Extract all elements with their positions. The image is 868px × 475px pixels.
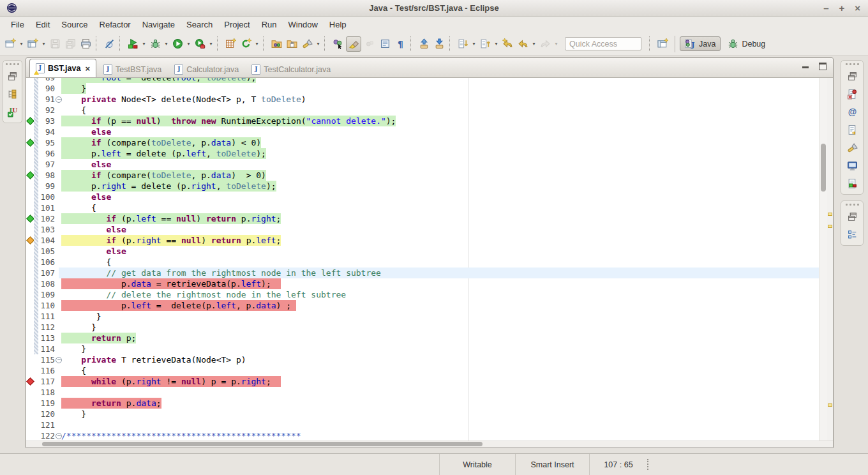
menu-project[interactable]: Project: [218, 19, 255, 31]
new-java-project-button[interactable]: [26, 37, 40, 51]
restore-icon[interactable]: [5, 68, 20, 84]
marker-gutter[interactable]: [26, 419, 34, 430]
horizontal-scrollbar[interactable]: [26, 441, 833, 448]
marker-gutter[interactable]: [26, 192, 34, 202]
marker-gutter[interactable]: [26, 387, 34, 398]
window-maximize-button[interactable]: +: [839, 0, 844, 16]
fold-collapse-icon[interactable]: [55, 430, 61, 441]
marker-gutter[interactable]: [26, 365, 34, 376]
last-edit-location-button[interactable]: [500, 37, 514, 51]
open-resource-button[interactable]: [285, 37, 299, 51]
marker-gutter[interactable]: [26, 278, 34, 289]
marker-gutter[interactable]: [26, 94, 34, 105]
vertical-scrollbar-thumb[interactable]: [821, 144, 826, 192]
open-type-button[interactable]: [269, 37, 283, 51]
annotation-mark[interactable]: [828, 225, 832, 228]
window-close-button[interactable]: ×: [855, 0, 860, 16]
overview-ruler[interactable]: [827, 78, 833, 441]
menu-file[interactable]: File: [5, 19, 30, 31]
junit-icon[interactable]: JU: [5, 104, 20, 119]
javadoc-icon[interactable]: @: [844, 104, 860, 119]
coverage-dropdown-arrow[interactable]: ▾: [140, 41, 147, 47]
error-log-icon[interactable]: [844, 86, 860, 102]
menu-source[interactable]: Source: [56, 19, 93, 31]
menu-navigate[interactable]: Navigate: [137, 19, 181, 31]
next-annotation-dropdown-arrow[interactable]: ▾: [470, 41, 477, 47]
run-external-tools-dropdown-arrow[interactable]: ▾: [207, 41, 214, 47]
menu-window[interactable]: Window: [283, 19, 324, 31]
block-selection-button[interactable]: [378, 37, 392, 51]
search-button[interactable]: [300, 37, 314, 51]
marker-gutter[interactable]: [26, 126, 34, 137]
show-whitespace-button[interactable]: ¶: [393, 37, 407, 51]
vertical-scrollbar[interactable]: [819, 78, 827, 441]
marker-gutter[interactable]: [26, 311, 34, 322]
coverage-marker[interactable]: [26, 170, 34, 181]
new-wizard-dropdown-arrow[interactable]: ▾: [18, 41, 25, 47]
marker-gutter[interactable]: [26, 398, 34, 409]
plugin-spy-button[interactable]: [331, 37, 345, 51]
menu-help[interactable]: Help: [324, 19, 352, 31]
fold-collapse-icon[interactable]: [55, 94, 61, 105]
next-annotation-button[interactable]: [456, 37, 470, 51]
minimize-editor-icon[interactable]: [802, 66, 809, 68]
mark-occurrences-button[interactable]: [346, 36, 361, 52]
marker-gutter[interactable]: [26, 322, 34, 333]
package-explorer-icon[interactable]: [5, 86, 20, 102]
run-button[interactable]: [170, 37, 184, 51]
marker-gutter[interactable]: [26, 246, 34, 257]
marker-gutter[interactable]: [26, 300, 34, 311]
marker-gutter[interactable]: [26, 78, 34, 83]
annotation-mark[interactable]: [828, 213, 832, 216]
download-button[interactable]: [432, 37, 446, 51]
tab-calculator-java[interactable]: J Calculator.java: [168, 61, 244, 77]
search-dropdown-arrow[interactable]: ▾: [315, 41, 322, 47]
back-button[interactable]: [516, 37, 530, 51]
upload-button[interactable]: [417, 37, 431, 51]
coverage-marker[interactable]: [26, 116, 34, 126]
trim-grip[interactable]: [6, 63, 19, 65]
marker-gutter[interactable]: [26, 268, 34, 278]
marker-gutter[interactable]: [26, 343, 34, 354]
marker-gutter[interactable]: [26, 354, 34, 365]
horizontal-scrollbar-thumb[interactable]: [42, 442, 483, 446]
marker-gutter[interactable]: [26, 430, 34, 441]
marker-gutter[interactable]: [26, 224, 34, 235]
marker-gutter[interactable]: [26, 105, 34, 116]
marker-gutter[interactable]: [26, 333, 34, 343]
new-web-wizard-button[interactable]: [223, 37, 237, 51]
print-button[interactable]: [79, 37, 93, 51]
marker-gutter[interactable]: [26, 148, 34, 159]
new-class-button[interactable]: [239, 37, 253, 51]
debug-button[interactable]: [148, 37, 162, 51]
coverage-marker[interactable]: [26, 376, 34, 387]
run-dropdown-arrow[interactable]: ▾: [185, 41, 192, 47]
debug-dropdown-arrow[interactable]: ▾: [163, 41, 170, 47]
coverage-marker[interactable]: [26, 213, 34, 224]
back-dropdown-arrow[interactable]: ▾: [530, 41, 537, 47]
window-minimize-button[interactable]: –: [823, 0, 828, 16]
restore-icon[interactable]: [844, 209, 860, 224]
marker-gutter[interactable]: [26, 159, 34, 170]
search-view-icon[interactable]: [844, 140, 860, 155]
previous-annotation-dropdown-arrow[interactable]: ▾: [493, 41, 500, 47]
marker-gutter[interactable]: [26, 289, 34, 300]
trim-grip[interactable]: [846, 63, 859, 65]
annotation-mark[interactable]: [828, 403, 832, 407]
marker-gutter[interactable]: [26, 83, 34, 94]
new-class-dropdown-arrow[interactable]: ▾: [253, 41, 260, 47]
trim-grip[interactable]: [846, 204, 859, 206]
coverage-view-icon[interactable]: [844, 176, 860, 191]
open-perspective-button[interactable]: [655, 37, 670, 51]
restore-icon[interactable]: [844, 68, 860, 84]
console-icon[interactable]: [844, 158, 860, 173]
skip-all-breakpoints-button[interactable]: [102, 37, 116, 51]
menu-refactor[interactable]: Refactor: [94, 19, 137, 31]
menu-search[interactable]: Search: [181, 19, 218, 31]
perspective-debug-button[interactable]: Debug: [723, 37, 770, 50]
quick-access-input[interactable]: [565, 37, 641, 50]
run-external-tools-button[interactable]: [193, 37, 207, 51]
new-java-project-dropdown-arrow[interactable]: ▾: [40, 41, 47, 47]
declaration-icon[interactable]: [844, 122, 860, 137]
editor-content[interactable]: 89 root = delete(root, toDelete);90 }91 …: [26, 78, 833, 441]
